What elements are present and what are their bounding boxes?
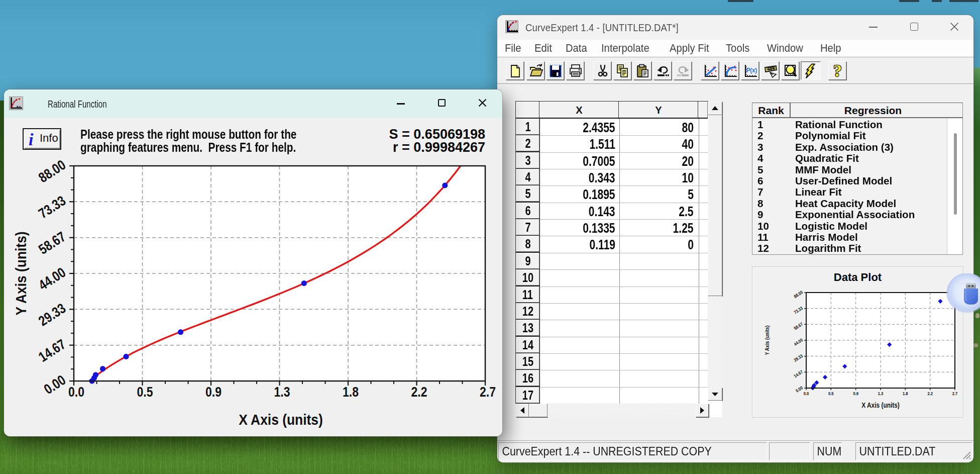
svg-text:88.00: 88.00 (793, 290, 804, 300)
svg-text:73.33: 73.33 (793, 305, 804, 315)
svg-text:0.0: 0.0 (804, 391, 809, 396)
svg-text:0.9: 0.9 (853, 391, 858, 396)
svg-text:0.00: 0.00 (795, 385, 804, 394)
svg-text:X Axis (units): X Axis (units) (239, 411, 323, 428)
svg-text:2.7: 2.7 (952, 391, 958, 396)
svg-text:0.0: 0.0 (68, 384, 84, 400)
svg-text:58.67: 58.67 (793, 321, 804, 331)
svg-text:1.8: 1.8 (903, 391, 908, 396)
svg-text:58.67: 58.67 (36, 229, 68, 257)
svg-text:29.33: 29.33 (793, 353, 804, 363)
svg-text:14.67: 14.67 (793, 369, 804, 379)
svg-text:0.5: 0.5 (828, 391, 834, 396)
svg-text:Y Axis (units): Y Axis (units) (12, 231, 29, 315)
svg-text:73.33: 73.33 (36, 193, 68, 221)
svg-text:2.2: 2.2 (411, 384, 427, 400)
svg-text:14.67: 14.67 (36, 336, 68, 365)
svg-text:?: ? (833, 63, 842, 79)
svg-text:0.5: 0.5 (137, 384, 153, 400)
svg-text:0.9: 0.9 (205, 384, 222, 400)
svg-text:Y Axis (units): Y Axis (units) (764, 325, 770, 355)
svg-text:2.2: 2.2 (927, 391, 933, 396)
svg-text:1.8: 1.8 (343, 384, 359, 400)
svg-text:0.00: 0.00 (41, 372, 68, 397)
svg-text:44.00: 44.00 (793, 337, 804, 347)
svg-text:1.3: 1.3 (274, 384, 290, 400)
svg-text:P(x): P(x) (746, 67, 757, 73)
svg-text:ks: ks (17, 105, 21, 109)
svg-text:88.00: 88.00 (36, 157, 68, 185)
svg-text:44.00: 44.00 (36, 264, 68, 293)
svg-text:2.7: 2.7 (480, 384, 496, 400)
svg-text:29.33: 29.33 (36, 300, 68, 329)
svg-text:1.3: 1.3 (878, 391, 884, 396)
svg-text:X Axis (units): X Axis (units) (861, 401, 900, 409)
